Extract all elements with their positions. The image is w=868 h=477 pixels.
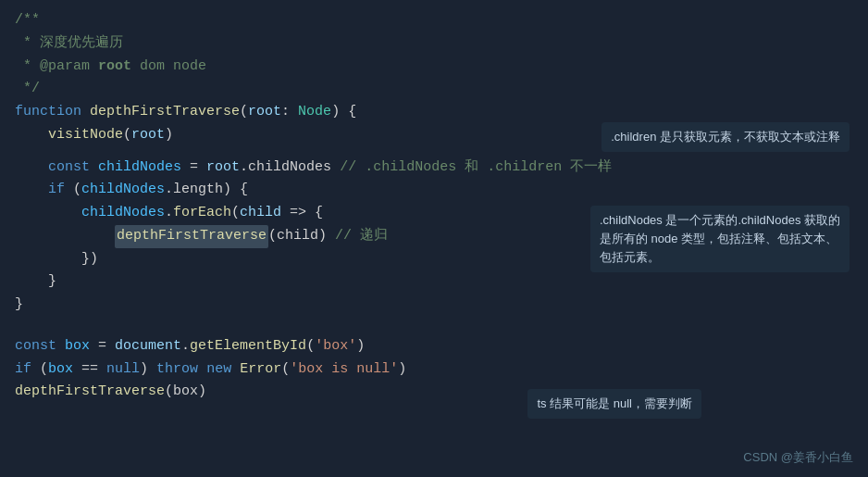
token: new — [206, 358, 231, 382]
token: null — [106, 358, 140, 382]
blank-line — [15, 317, 853, 326]
token: 'box is null' — [290, 358, 398, 382]
token — [15, 157, 48, 180]
token: ) { — [331, 101, 356, 124]
token: depthFirstTraverse — [115, 225, 268, 248]
token: document — [115, 335, 181, 358]
token: if — [15, 358, 31, 382]
token: => { — [281, 202, 323, 225]
token: ( — [123, 124, 131, 147]
token: depthFirstTraverse — [15, 381, 165, 404]
token: }) — [15, 248, 98, 271]
code-line-17: const box = document . getElementById ( … — [15, 335, 853, 358]
token: throw — [156, 358, 198, 382]
code-line-4: */ — [15, 78, 853, 101]
token: Error — [240, 358, 281, 382]
token: . — [181, 335, 190, 358]
watermark-text: CSDN @姜香小白鱼 — [743, 450, 853, 464]
token: visitNode — [48, 124, 123, 147]
token: * 深度优先遍历 — [15, 32, 123, 56]
token — [15, 124, 48, 147]
token: function — [15, 101, 81, 124]
token: } — [15, 294, 23, 317]
token: childNodes — [81, 202, 165, 225]
code-line-1: /** — [15, 9, 853, 32]
blank-line — [15, 326, 853, 335]
token: ) — [356, 335, 365, 358]
token: ( — [31, 358, 48, 382]
token: /** — [15, 9, 40, 32]
tooltip-null-check: ts 结果可能是 null，需要判断 — [527, 389, 701, 419]
token: ) — [398, 358, 406, 382]
tooltip-text-line2: 是所有的 node 类型，包括注释、包括文本、 — [600, 232, 837, 245]
code-line-5: function depthFirstTraverse ( root : Nod… — [15, 101, 853, 124]
token: // .childNodes 和 .children 不一样 — [340, 157, 612, 180]
token: if — [48, 179, 65, 202]
tooltip-text-line1: .childNodes 是一个元素的.childNodes 获取的 — [600, 213, 840, 227]
token: box — [65, 335, 90, 358]
token: ( — [65, 179, 81, 202]
token — [15, 225, 115, 248]
token — [15, 202, 81, 225]
token: .childNodes — [240, 157, 340, 180]
token: const — [15, 335, 56, 358]
token: = — [90, 335, 115, 358]
token — [81, 101, 90, 124]
token — [198, 358, 206, 382]
token: . — [165, 202, 173, 225]
token — [231, 358, 240, 382]
tooltip-text: ts 结果可能是 null，需要判断 — [537, 396, 692, 410]
tooltip-text-line3: 包括元素。 — [600, 250, 660, 264]
tooltip-childnodes: .childNodes 是一个元素的.childNodes 获取的 是所有的 n… — [590, 206, 849, 272]
token: root — [206, 157, 240, 180]
token: root — [248, 101, 281, 124]
token: box — [48, 358, 73, 382]
token: ( — [231, 202, 240, 225]
token: ( — [281, 358, 290, 382]
token: root — [131, 124, 165, 147]
code-line-19: depthFirstTraverse (box) — [15, 381, 853, 404]
token: depthFirstTraverse — [90, 101, 240, 124]
code-line-14: } — [15, 294, 853, 317]
token — [90, 157, 98, 180]
code-line-8: const childNodes = root .childNodes // .… — [15, 157, 853, 180]
token: Node — [298, 101, 331, 124]
token: const — [48, 157, 90, 180]
code-line-2: * 深度优先遍历 — [15, 32, 853, 56]
token: */ — [15, 78, 40, 101]
tooltip-children: .children 是只获取元素，不获取文本或注释 — [601, 122, 849, 152]
token: (box) — [165, 381, 206, 404]
token: childNodes — [98, 157, 181, 180]
token: * @param root dom node — [15, 56, 206, 79]
token: (child) — [268, 225, 335, 248]
token: ) — [140, 358, 156, 382]
token: : — [281, 101, 298, 124]
watermark: CSDN @姜香小白鱼 — [743, 448, 853, 468]
code-line-9: if ( childNodes .length) { — [15, 179, 853, 202]
token: ( — [306, 335, 315, 358]
token — [56, 335, 65, 358]
token: ) — [165, 124, 173, 147]
token: getElementById — [190, 335, 306, 358]
token: = — [181, 157, 206, 180]
code-line-18: if ( box == null ) throw new Error ( 'bo… — [15, 358, 853, 382]
token: forEach — [173, 202, 231, 225]
code-line-3: * @param root dom node — [15, 56, 853, 79]
token: .length) { — [165, 179, 248, 202]
token: } — [15, 270, 56, 294]
token: childNodes — [81, 179, 165, 202]
token: ( — [240, 101, 248, 124]
token — [15, 179, 48, 202]
tooltip-text: .children 是只获取元素，不获取文本或注释 — [611, 130, 840, 144]
token: child — [240, 202, 281, 225]
token: 'box' — [315, 335, 356, 358]
code-line-13: } — [15, 270, 853, 294]
token: == — [73, 358, 106, 382]
token: // 递归 — [335, 225, 388, 248]
